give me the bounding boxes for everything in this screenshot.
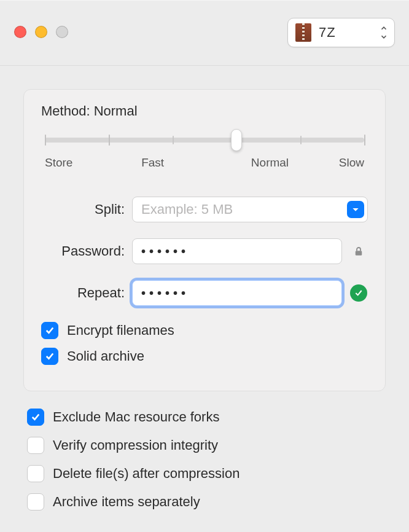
repeat-password-input[interactable] (132, 280, 342, 306)
solid-archive-label: Solid archive (67, 348, 144, 364)
chevron-up-down-icon (380, 24, 388, 41)
minimize-window-button[interactable] (35, 26, 47, 38)
archive-format-selector[interactable]: 7Z (287, 18, 395, 47)
encrypt-filenames-label: Encrypt filenames (67, 323, 174, 338)
encrypt-filenames-checkbox[interactable] (41, 322, 58, 339)
close-window-button[interactable] (14, 26, 26, 38)
content: Method: Normal Store Fast Normal Slow (0, 66, 409, 532)
method-label-prefix: Method: (41, 103, 90, 119)
delete-after-label: Delete file(s) after compression (53, 466, 240, 482)
password-label: Password: (41, 243, 125, 259)
slider-label-slow: Slow (339, 156, 364, 170)
method-label: Method: Normal (41, 103, 368, 119)
slider-label-fast: Fast (141, 156, 164, 170)
titlebar: 7Z (0, 0, 409, 66)
window-controls (14, 26, 68, 38)
archive-format-label: 7Z (319, 25, 336, 41)
compression-level-slider[interactable]: Store Fast Normal Slow (45, 138, 364, 170)
svg-rect-0 (356, 251, 362, 256)
compression-panel: Method: Normal Store Fast Normal Slow (23, 89, 386, 391)
archive-format-icon (295, 23, 311, 42)
global-options: Exclude Mac resource forks Verify compre… (23, 409, 386, 510)
split-input[interactable] (132, 197, 368, 222)
archive-separately-checkbox[interactable] (27, 493, 44, 510)
maximize-window-button[interactable] (56, 26, 68, 38)
repeat-label: Repeat: (41, 285, 125, 301)
password-input[interactable] (132, 238, 342, 264)
solid-archive-checkbox[interactable] (41, 348, 58, 365)
archive-separately-label: Archive items separately (53, 494, 200, 510)
split-label: Split: (41, 201, 125, 217)
exclude-resource-forks-checkbox[interactable] (27, 409, 44, 426)
verify-integrity-checkbox[interactable] (27, 437, 44, 454)
exclude-resource-forks-label: Exclude Mac resource forks (53, 409, 219, 425)
slider-label-normal: Normal (251, 156, 289, 170)
password-match-icon (350, 284, 367, 302)
slider-knob[interactable] (231, 129, 242, 151)
slider-labels: Store Fast Normal Slow (45, 156, 364, 170)
slider-label-store: Store (45, 156, 72, 170)
delete-after-checkbox[interactable] (27, 465, 44, 482)
lock-icon (349, 244, 368, 258)
verify-integrity-label: Verify compression integrity (53, 437, 218, 453)
split-dropdown-button[interactable] (347, 201, 364, 218)
method-value: Normal (94, 103, 138, 119)
